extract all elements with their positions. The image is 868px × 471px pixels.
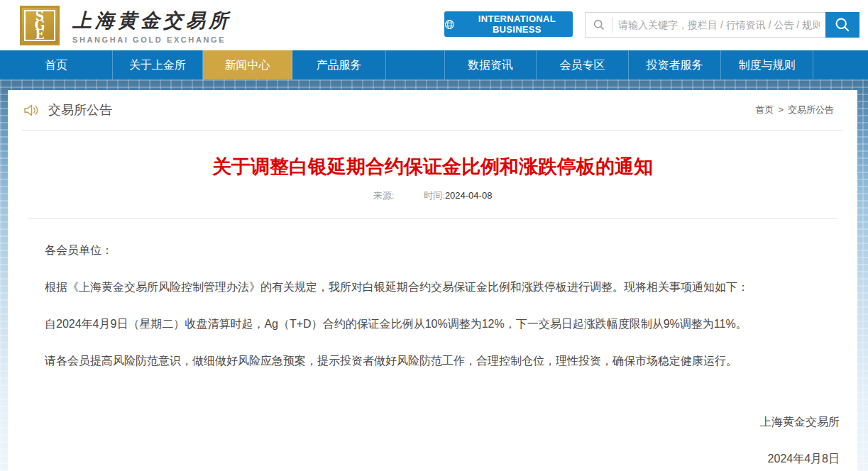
page-background: 交易所公告 首页>交易所公告 关于调整白银延期合约保证金比例和涨跌停板的通知 来… [0, 79, 868, 471]
international-business-button[interactable]: INTERNATIONAL BUSINESS [444, 11, 573, 37]
search-input[interactable] [612, 13, 825, 36]
article-title: 关于调整白银延期合约保证金比例和涨跌停板的通知 [8, 154, 857, 179]
nav-item-data[interactable]: 数据资讯 [444, 50, 537, 79]
main-nav: 首页 关于上金所 新闻中心 产品服务 数据资讯 会员专区 投资者服务 制度与规则 [0, 50, 868, 79]
section-title: 交易所公告 [48, 101, 112, 118]
site-header: S G E 上海黄金交易所 SHANGHAI GOLD EXCHANGE INT… [0, 0, 868, 50]
nav-item-about[interactable]: 关于上金所 [113, 50, 203, 79]
section-header: 交易所公告 首页>交易所公告 [8, 90, 857, 130]
article-date: 2024年4月8日 [45, 452, 840, 467]
nav-item-home[interactable]: 首页 [0, 50, 113, 79]
breadcrumb-current[interactable]: 交易所公告 [788, 104, 834, 115]
search-button[interactable] [825, 12, 859, 38]
logo-letter: E [35, 30, 45, 40]
nav-item-members[interactable]: 会员专区 [537, 50, 629, 79]
search-box [585, 12, 859, 38]
article-paragraph: 各会员单位： [45, 241, 840, 259]
international-business-label: INTERNATIONAL BUSINESS [461, 13, 573, 35]
nav-item-news-center[interactable]: 新闻中心 [203, 50, 292, 79]
article-paragraph: 根据《上海黄金交易所风险控制管理办法》的有关规定，我所对白银延期合约交易保证金比… [45, 278, 840, 296]
search-button-icon [834, 16, 851, 33]
article-meta: 来源: 时间:2024-04-08 [8, 189, 857, 202]
breadcrumb: 首页>交易所公告 [755, 104, 834, 116]
breadcrumb-home-link[interactable]: 首页 [755, 104, 774, 115]
search-icon [586, 17, 612, 33]
article-source: 来源: [373, 189, 395, 202]
content-panel: 交易所公告 首页>交易所公告 关于调整白银延期合约保证金比例和涨跌停板的通知 来… [8, 90, 857, 471]
logo-title-cn: 上海黄金交易所 [72, 8, 231, 33]
globe-icon [444, 18, 455, 31]
nav-item-rules[interactable]: 制度与规则 [721, 50, 813, 79]
article-signature: 上海黄金交易所 [45, 415, 840, 430]
nav-item-investor-services[interactable]: 投资者服务 [629, 50, 721, 79]
nav-item-products[interactable]: 产品服务 [292, 50, 386, 79]
speaker-icon [23, 103, 40, 118]
article-paragraph: 请各会员提高风险防范意识，做细做好风险应急预案，提示投资者做好风险防范工作，合理… [45, 352, 840, 370]
breadcrumb-separator: > [778, 104, 784, 115]
section-divider [22, 130, 843, 131]
nav-spacer [386, 50, 444, 79]
article-paragraph: 自2024年4月9日（星期二）收盘清算时起，Ag（T+D）合约的保证金比例从10… [45, 315, 840, 333]
article-body: 各会员单位： 根据《上海黄金交易所风险控制管理办法》的有关规定，我所对白银延期合… [8, 219, 857, 467]
site-logo[interactable]: S G E 上海黄金交易所 SHANGHAI GOLD EXCHANGE [20, 6, 231, 45]
sge-logo-mark-icon: S G E [20, 6, 60, 45]
logo-title-en: SHANGHAI GOLD EXCHANGE [72, 35, 231, 44]
article-time: 时间:2024-04-08 [424, 189, 492, 202]
